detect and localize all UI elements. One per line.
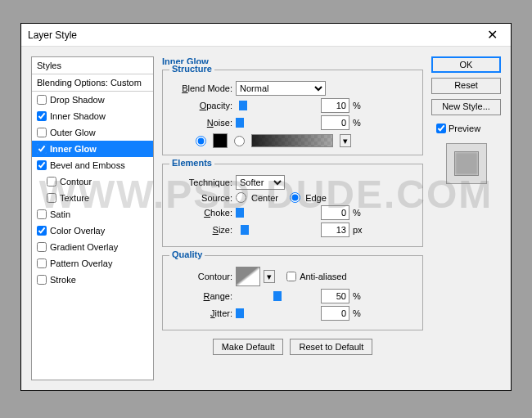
style-check[interactable] bbox=[37, 209, 47, 219]
elements-legend: Elements bbox=[169, 158, 214, 168]
jitter-slider[interactable] bbox=[236, 308, 318, 318]
size-input[interactable] bbox=[321, 222, 349, 237]
center-panel: Inner Glow Structure Blend Mode: Normal … bbox=[162, 56, 423, 380]
gradient-radio[interactable] bbox=[234, 136, 245, 146]
structure-legend: Structure bbox=[169, 64, 214, 74]
ok-button[interactable]: OK bbox=[431, 56, 501, 73]
make-default-button[interactable]: Make Default bbox=[213, 339, 284, 355]
titlebar[interactable]: Layer Style ✕ bbox=[21, 24, 511, 47]
elements-group: Elements Technique: Softer Source: Cente… bbox=[162, 164, 423, 247]
style-check[interactable] bbox=[37, 111, 47, 121]
source-center-label: Center bbox=[251, 193, 278, 203]
contour-label: Contour: bbox=[171, 272, 232, 281]
range-input[interactable] bbox=[321, 289, 349, 303]
quality-legend: Quality bbox=[169, 249, 205, 259]
preview-inner bbox=[454, 151, 479, 176]
jitter-label: Jitter: bbox=[171, 308, 232, 318]
style-item-texture[interactable]: Texture bbox=[32, 190, 153, 206]
preview-label: Preview bbox=[449, 124, 480, 133]
source-center-radio[interactable] bbox=[236, 192, 246, 203]
style-label: Stroke bbox=[50, 275, 76, 285]
style-label: Texture bbox=[60, 193, 89, 203]
antialias-label: Anti-aliased bbox=[300, 272, 346, 281]
style-label: Inner Shadow bbox=[50, 111, 106, 121]
style-item-satin[interactable]: Satin bbox=[32, 206, 153, 222]
blending-options[interactable]: Blending Options: Custom bbox=[32, 74, 153, 92]
style-label: Outer Glow bbox=[50, 128, 96, 137]
style-label: Bevel and Emboss bbox=[50, 160, 125, 170]
range-label: Range: bbox=[171, 291, 232, 301]
style-list: Drop ShadowInner ShadowOuter GlowInner G… bbox=[32, 92, 153, 288]
noise-slider[interactable] bbox=[236, 118, 318, 128]
style-label: Color Overlay bbox=[50, 226, 105, 236]
style-check[interactable] bbox=[37, 258, 47, 268]
technique-label: Technique: bbox=[171, 178, 232, 187]
opacity-label: Opacity: bbox=[171, 101, 232, 110]
style-check[interactable] bbox=[37, 160, 47, 170]
style-item-bevel-and-emboss[interactable]: Bevel and Emboss bbox=[32, 157, 153, 173]
style-check[interactable] bbox=[37, 144, 47, 154]
structure-group: Structure Blend Mode: Normal Opacity: % … bbox=[162, 70, 423, 155]
contour-dropdown-icon[interactable]: ▾ bbox=[264, 270, 275, 283]
layer-style-dialog: Layer Style ✕ Styles Blending Options: C… bbox=[20, 23, 512, 391]
gradient-swatch[interactable] bbox=[251, 134, 333, 147]
reset-button[interactable]: Reset bbox=[431, 78, 501, 94]
color-radio[interactable] bbox=[196, 136, 206, 146]
jitter-input[interactable] bbox=[321, 306, 349, 321]
source-edge-radio[interactable] bbox=[290, 192, 300, 203]
quality-group: Quality Contour: ▾ Anti-aliased Range: % bbox=[162, 255, 423, 330]
style-item-contour[interactable]: Contour bbox=[32, 173, 153, 190]
style-label: Pattern Overlay bbox=[50, 258, 112, 268]
noise-label: Noise: bbox=[171, 118, 232, 128]
style-check[interactable] bbox=[37, 242, 47, 252]
source-label: Source: bbox=[171, 193, 232, 203]
style-item-inner-glow[interactable]: Inner Glow bbox=[32, 141, 153, 157]
dialog-title: Layer Style bbox=[28, 29, 77, 41]
style-item-gradient-overlay[interactable]: Gradient Overlay bbox=[32, 239, 153, 255]
styles-panel: Styles Blending Options: Custom Drop Sha… bbox=[31, 56, 154, 380]
source-edge-label: Edge bbox=[305, 193, 327, 203]
gradient-dropdown-icon[interactable]: ▾ bbox=[340, 134, 351, 147]
right-panel: OK Reset New Style... Preview bbox=[431, 56, 501, 380]
color-swatch[interactable] bbox=[213, 133, 228, 148]
noise-unit: % bbox=[353, 118, 367, 128]
style-check[interactable] bbox=[37, 226, 47, 236]
size-unit: px bbox=[353, 225, 367, 235]
style-check[interactable] bbox=[47, 193, 56, 203]
style-check[interactable] bbox=[37, 95, 47, 105]
choke-input[interactable] bbox=[321, 205, 349, 220]
choke-unit: % bbox=[353, 208, 367, 218]
style-check[interactable] bbox=[47, 177, 56, 187]
style-label: Gradient Overlay bbox=[50, 242, 118, 252]
new-style-button[interactable]: New Style... bbox=[431, 99, 501, 115]
style-item-pattern-overlay[interactable]: Pattern Overlay bbox=[32, 255, 153, 272]
jitter-unit: % bbox=[353, 308, 367, 318]
noise-input[interactable] bbox=[321, 115, 349, 130]
opacity-unit: % bbox=[353, 101, 367, 110]
style-label: Inner Glow bbox=[50, 144, 97, 154]
preview-check[interactable] bbox=[436, 124, 446, 133]
contour-swatch[interactable] bbox=[236, 267, 260, 286]
style-check[interactable] bbox=[37, 128, 47, 137]
reset-default-button[interactable]: Reset to Default bbox=[290, 339, 372, 355]
opacity-input[interactable] bbox=[321, 98, 349, 113]
size-label: Size: bbox=[171, 225, 232, 235]
range-slider[interactable] bbox=[236, 291, 318, 301]
style-item-inner-shadow[interactable]: Inner Shadow bbox=[32, 108, 153, 124]
style-label: Contour bbox=[60, 177, 92, 187]
close-icon[interactable]: ✕ bbox=[480, 27, 504, 43]
technique-select[interactable]: Softer bbox=[236, 175, 285, 190]
blend-mode-select[interactable]: Normal bbox=[236, 81, 326, 96]
style-item-outer-glow[interactable]: Outer Glow bbox=[32, 124, 153, 141]
style-item-stroke[interactable]: Stroke bbox=[32, 272, 153, 288]
style-item-drop-shadow[interactable]: Drop Shadow bbox=[32, 92, 153, 108]
styles-header[interactable]: Styles bbox=[32, 57, 153, 74]
style-check[interactable] bbox=[37, 275, 47, 285]
opacity-slider[interactable] bbox=[236, 101, 318, 110]
antialias-check[interactable] bbox=[286, 272, 296, 281]
size-slider[interactable] bbox=[236, 225, 318, 235]
choke-label: Choke: bbox=[171, 208, 232, 218]
style-label: Drop Shadow bbox=[50, 95, 105, 105]
choke-slider[interactable] bbox=[236, 208, 318, 218]
style-item-color-overlay[interactable]: Color Overlay bbox=[32, 222, 153, 239]
